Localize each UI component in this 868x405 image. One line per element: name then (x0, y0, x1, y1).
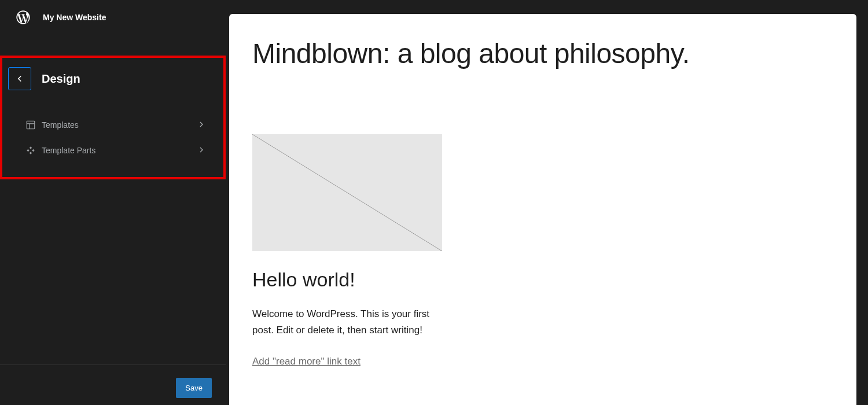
nav-item-label: Template Parts (42, 146, 95, 155)
post-block: Hello world! Welcome to WordPress. This … (252, 134, 443, 367)
site-preview-canvas[interactable]: Mindblown: a blog about philosophy. Hell… (229, 14, 856, 405)
svg-rect-0 (27, 121, 35, 129)
template-parts-icon (25, 145, 36, 156)
chevron-left-icon (14, 73, 25, 84)
post-title[interactable]: Hello world! (252, 268, 443, 291)
placeholder-diagonal-icon (252, 134, 442, 251)
nav-item-template-parts[interactable]: Template Parts (16, 138, 212, 163)
sidebar-header: My New Website (0, 0, 226, 35)
blog-tagline[interactable]: Mindblown: a blog about philosophy. (252, 37, 833, 71)
nav-item-templates[interactable]: Templates (16, 112, 212, 138)
nav-item-label: Templates (42, 120, 79, 130)
svg-line-3 (252, 134, 442, 251)
site-title[interactable]: My New Website (43, 13, 106, 22)
wordpress-logo-icon[interactable] (14, 8, 32, 27)
design-nav-list: Templates Template Parts (2, 112, 223, 163)
sidebar-footer: Save (0, 365, 226, 398)
layout-icon (25, 120, 36, 130)
site-editor-sidebar: My New Website Design Templates (0, 0, 226, 405)
panel-title: Design (42, 72, 80, 86)
featured-image-placeholder[interactable] (252, 134, 442, 251)
read-more-link-placeholder[interactable]: Add "read more" link text (252, 356, 361, 367)
post-excerpt[interactable]: Welcome to WordPress. This is your first… (252, 306, 443, 338)
canvas-inner: Mindblown: a blog about philosophy. Hell… (229, 14, 856, 391)
chevron-right-icon (197, 145, 206, 156)
panel-heading-row: Design (2, 62, 223, 95)
back-button[interactable] (8, 67, 31, 90)
tutorial-highlight-box: Design Templates Template Parts (0, 56, 226, 179)
preview-canvas-wrap: Mindblown: a blog about philosophy. Hell… (226, 0, 868, 405)
chevron-right-icon (197, 120, 206, 131)
save-button[interactable]: Save (176, 378, 212, 398)
